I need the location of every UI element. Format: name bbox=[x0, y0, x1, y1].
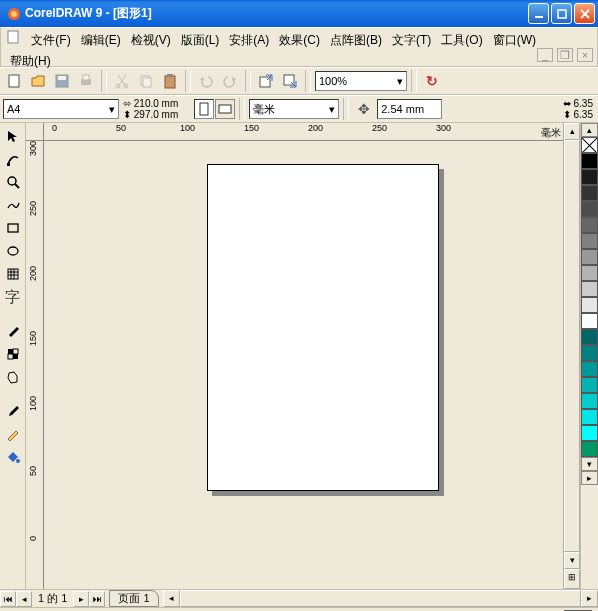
color-swatch[interactable] bbox=[581, 441, 598, 457]
color-swatch[interactable] bbox=[581, 185, 598, 201]
new-icon[interactable] bbox=[3, 70, 25, 92]
interactive-fill-icon[interactable] bbox=[2, 320, 24, 342]
scroll-left-icon[interactable]: ◂ bbox=[163, 590, 180, 607]
print-icon[interactable] bbox=[75, 70, 97, 92]
cut-icon[interactable] bbox=[111, 70, 133, 92]
svg-point-12 bbox=[116, 84, 120, 88]
freehand-tool-icon[interactable] bbox=[2, 194, 24, 216]
rectangle-tool-icon[interactable] bbox=[2, 217, 24, 239]
nudge-spinner[interactable]: 2.54 mm bbox=[377, 99, 442, 119]
svg-rect-25 bbox=[8, 224, 18, 232]
svg-point-36 bbox=[16, 459, 20, 463]
fill-tool-icon[interactable] bbox=[2, 446, 24, 468]
prev-page-button[interactable]: ◂ bbox=[16, 591, 32, 607]
menu-tools[interactable]: 工具(O) bbox=[437, 30, 486, 51]
page-tab[interactable]: 页面 1 bbox=[109, 590, 158, 607]
svg-rect-16 bbox=[165, 76, 175, 88]
import-icon[interactable] bbox=[255, 70, 277, 92]
polygon-tool-icon[interactable] bbox=[2, 263, 24, 285]
svg-line-24 bbox=[15, 184, 19, 188]
menu-bitmap[interactable]: 点阵图(B) bbox=[326, 30, 386, 51]
landscape-button[interactable] bbox=[215, 99, 235, 119]
menu-view[interactable]: 检视(V) bbox=[127, 30, 175, 51]
color-swatch[interactable] bbox=[581, 361, 598, 377]
pick-tool-icon[interactable] bbox=[2, 125, 24, 147]
color-swatch[interactable] bbox=[581, 409, 598, 425]
svg-rect-33 bbox=[13, 354, 18, 359]
minimize-button[interactable] bbox=[528, 3, 549, 24]
menu-help[interactable]: 帮助(H) bbox=[6, 51, 55, 72]
app-name: CorelDRAW 9 bbox=[25, 6, 102, 20]
menu-edit[interactable]: 编辑(E) bbox=[77, 30, 125, 51]
text-tool-icon[interactable]: 字 bbox=[2, 286, 24, 308]
eyedropper-icon[interactable] bbox=[2, 400, 24, 422]
portrait-button[interactable] bbox=[194, 99, 214, 119]
save-icon[interactable] bbox=[51, 70, 73, 92]
blend-tool-icon[interactable] bbox=[2, 366, 24, 388]
no-color-swatch[interactable] bbox=[581, 137, 598, 153]
paper-combo[interactable]: A4▾ bbox=[3, 99, 119, 119]
svg-point-13 bbox=[124, 84, 128, 88]
last-page-button[interactable]: ⏭ bbox=[89, 591, 105, 607]
drawing-surface[interactable] bbox=[44, 141, 563, 589]
mdi-restore[interactable]: ❐ bbox=[557, 48, 573, 62]
color-swatch[interactable] bbox=[581, 297, 598, 313]
undo-icon[interactable] bbox=[195, 70, 217, 92]
svg-rect-22 bbox=[7, 163, 10, 166]
color-swatch[interactable] bbox=[581, 153, 598, 169]
zoom-combo[interactable]: 100%▾ bbox=[315, 71, 407, 91]
color-swatch[interactable] bbox=[581, 233, 598, 249]
shape-tool-icon[interactable] bbox=[2, 148, 24, 170]
outline-tool-icon[interactable] bbox=[2, 423, 24, 445]
next-page-button[interactable]: ▸ bbox=[73, 591, 89, 607]
color-swatch[interactable] bbox=[581, 313, 598, 329]
close-button[interactable] bbox=[574, 3, 595, 24]
vertical-ruler[interactable]: 0 50 100 150 200 250 300 毫米 bbox=[26, 141, 44, 589]
color-swatch[interactable] bbox=[581, 201, 598, 217]
maximize-button[interactable] bbox=[551, 3, 572, 24]
export-icon[interactable] bbox=[279, 70, 301, 92]
palette-flyout-icon[interactable]: ▸ bbox=[581, 471, 598, 485]
mdi-minimize[interactable]: _ bbox=[537, 48, 553, 62]
palette-up-icon[interactable]: ▴ bbox=[581, 123, 598, 137]
menu-effects[interactable]: 效果(C) bbox=[275, 30, 324, 51]
menu-layout[interactable]: 版面(L) bbox=[177, 30, 224, 51]
refresh-icon[interactable]: ↻ bbox=[421, 70, 443, 92]
menu-window[interactable]: 窗口(W) bbox=[489, 30, 540, 51]
palette-down-icon[interactable]: ▾ bbox=[581, 457, 598, 471]
vertical-scrollbar[interactable]: ▴ ▾ ⊞ bbox=[563, 123, 580, 589]
ruler-origin[interactable] bbox=[26, 123, 44, 141]
svg-point-26 bbox=[8, 247, 18, 255]
color-swatch[interactable] bbox=[581, 393, 598, 409]
units-combo[interactable]: 毫米▾ bbox=[249, 99, 339, 119]
titlebar: CorelDRAW 9 - [图形1] bbox=[0, 0, 598, 27]
color-swatch[interactable] bbox=[581, 281, 598, 297]
color-swatch[interactable] bbox=[581, 249, 598, 265]
color-swatch[interactable] bbox=[581, 345, 598, 361]
mdi-close[interactable]: × bbox=[577, 48, 593, 62]
menu-file[interactable]: 文件(F) bbox=[27, 30, 74, 51]
color-swatch[interactable] bbox=[581, 169, 598, 185]
first-page-button[interactable]: ⏮ bbox=[0, 591, 16, 607]
menu-arrange[interactable]: 安排(A) bbox=[225, 30, 273, 51]
color-swatch[interactable] bbox=[581, 265, 598, 281]
copy-icon[interactable] bbox=[135, 70, 157, 92]
open-icon[interactable] bbox=[27, 70, 49, 92]
color-swatch[interactable] bbox=[581, 329, 598, 345]
scroll-down-icon[interactable]: ▾ bbox=[564, 552, 580, 569]
navigator-icon[interactable]: ⊞ bbox=[564, 569, 580, 589]
scroll-up-icon[interactable]: ▴ bbox=[564, 123, 580, 140]
paste-icon[interactable] bbox=[159, 70, 181, 92]
color-swatch[interactable] bbox=[581, 377, 598, 393]
horizontal-scrollbar[interactable]: ◂ ▸ bbox=[163, 590, 598, 607]
ellipse-tool-icon[interactable] bbox=[2, 240, 24, 262]
color-swatch[interactable] bbox=[581, 217, 598, 233]
svg-rect-20 bbox=[200, 103, 208, 115]
zoom-tool-icon[interactable] bbox=[2, 171, 24, 193]
horizontal-ruler[interactable]: 0 50 100 150 200 250 300 毫米 bbox=[44, 123, 563, 141]
color-swatch[interactable] bbox=[581, 425, 598, 441]
redo-icon[interactable] bbox=[219, 70, 241, 92]
interactive-transparency-icon[interactable] bbox=[2, 343, 24, 365]
scroll-right-icon[interactable]: ▸ bbox=[581, 590, 598, 607]
menu-text[interactable]: 文字(T) bbox=[388, 30, 435, 51]
